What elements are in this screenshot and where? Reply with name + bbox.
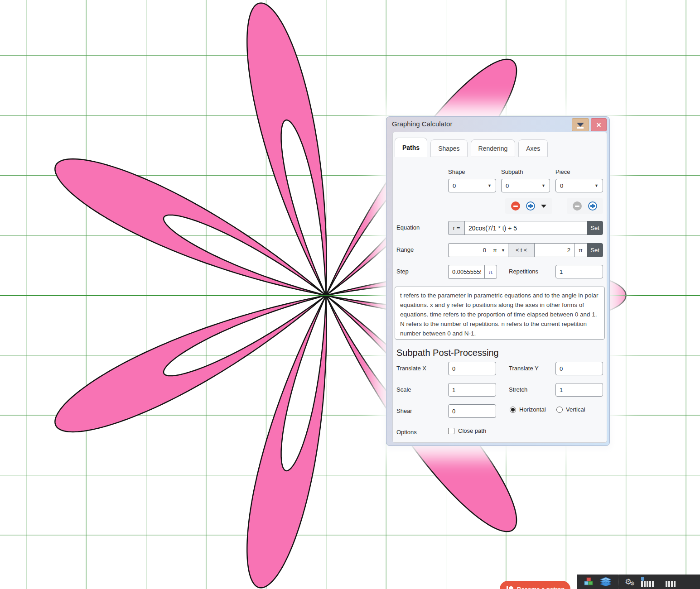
step-label: Step — [396, 268, 409, 275]
close-path-checkbox[interactable] — [448, 428, 454, 434]
add-subpath-button[interactable] — [526, 201, 535, 211]
translate-y-input[interactable] — [555, 362, 603, 375]
step-group: π — [448, 265, 497, 279]
translate-x-label: Translate X — [396, 365, 426, 372]
shape-select[interactable]: 0▼ — [448, 179, 496, 192]
equalizer-icon[interactable] — [641, 577, 654, 587]
close-path-option[interactable]: Close path — [448, 427, 486, 434]
piece-select[interactable]: 0▼ — [555, 179, 603, 192]
chevron-down-icon: ▼ — [488, 183, 492, 188]
add-piece-button[interactable] — [588, 201, 597, 211]
shear-horizontal-option[interactable]: Horizontal — [510, 406, 546, 413]
equation-prefix[interactable]: r = — [448, 221, 464, 235]
stretch-input[interactable] — [555, 383, 603, 397]
equation-input[interactable] — [464, 221, 587, 235]
translate-y-label: Translate Y — [509, 365, 539, 372]
equation-label: Equation — [396, 224, 420, 231]
tab-bar: Paths Shapes Rendering Axes — [395, 138, 548, 157]
vertical-radio[interactable] — [556, 407, 563, 413]
range-middle-label: ≤ t ≤ — [508, 243, 534, 257]
minimize-button[interactable] — [572, 118, 589, 131]
piece-label: Piece — [555, 168, 570, 175]
parameter-help-text: t refers to the parameter in parametric … — [395, 287, 605, 340]
shear-input[interactable] — [448, 404, 496, 418]
shear-label: Shear — [396, 407, 412, 414]
patreon-icon — [507, 586, 513, 589]
range-group: π▼ ≤ t ≤ π Set — [448, 243, 603, 257]
close-button[interactable]: ✕ — [591, 118, 607, 131]
tab-axes[interactable]: Axes — [518, 139, 548, 157]
add-subpath-menu-caret[interactable] — [541, 205, 546, 208]
subpath-post-processing-heading: Subpath Post-Processing — [396, 348, 499, 358]
stretch-label: Stretch — [509, 386, 527, 393]
bottom-taskbar: ⚙⚙ — [577, 575, 700, 589]
range-set-button[interactable]: Set — [587, 243, 603, 257]
chevron-down-icon: ▼ — [501, 248, 505, 253]
scale-label: Scale — [396, 386, 411, 393]
dialog-panel: Paths Shapes Rendering Axes Shape Subpat… — [392, 132, 607, 443]
graphing-calculator-dialog: Graphing Calculator ✕ Paths Shapes Rende… — [386, 116, 610, 446]
taskbar-divider — [618, 575, 618, 589]
collapse-icon — [577, 123, 584, 127]
subpath-label: Subpath — [501, 168, 523, 175]
step-input[interactable] — [448, 265, 484, 279]
tab-paths[interactable]: Paths — [395, 138, 427, 157]
gears-icon[interactable]: ⚙⚙ — [625, 577, 635, 587]
subpath-select[interactable]: 0▼ — [501, 179, 550, 192]
horizontal-radio[interactable] — [510, 407, 516, 413]
range-to-input[interactable] — [534, 243, 574, 257]
dialog-titlebar[interactable]: Graphing Calculator ✕ — [386, 117, 609, 132]
tab-rendering[interactable]: Rendering — [471, 139, 516, 157]
layers-icon[interactable] — [600, 577, 612, 586]
range-from-unit-select[interactable]: π▼ — [490, 243, 508, 257]
range-to-unit: π — [574, 243, 587, 257]
equation-set-button[interactable]: Set — [587, 221, 603, 235]
cubes-icon[interactable] — [584, 577, 594, 586]
scale-input[interactable] — [448, 383, 496, 397]
become-a-patron-button[interactable]: Become a patron — [500, 581, 570, 589]
translate-x-input[interactable] — [448, 362, 496, 375]
range-label: Range — [396, 246, 414, 253]
equation-group: r = Set — [448, 221, 603, 235]
subpath-button-strip — [505, 198, 552, 214]
shear-vertical-option[interactable]: Vertical — [556, 406, 585, 413]
repetitions-label: Repetitions — [509, 268, 538, 275]
chevron-down-icon: ▼ — [541, 183, 546, 188]
options-label: Options — [396, 429, 417, 436]
tab-shapes[interactable]: Shapes — [430, 139, 467, 157]
piece-button-strip — [567, 198, 603, 214]
close-icon: ✕ — [596, 121, 602, 129]
shape-label: Shape — [448, 168, 465, 175]
dialog-title: Graphing Calculator — [392, 120, 452, 128]
repetitions-input[interactable] — [555, 265, 603, 278]
remove-subpath-button[interactable] — [511, 201, 520, 211]
remove-piece-button[interactable] — [573, 201, 582, 211]
equalizer-icon-2[interactable] — [666, 577, 676, 587]
range-from-input[interactable] — [448, 243, 490, 257]
chevron-down-icon: ▼ — [594, 183, 599, 188]
step-unit: π — [484, 265, 497, 279]
